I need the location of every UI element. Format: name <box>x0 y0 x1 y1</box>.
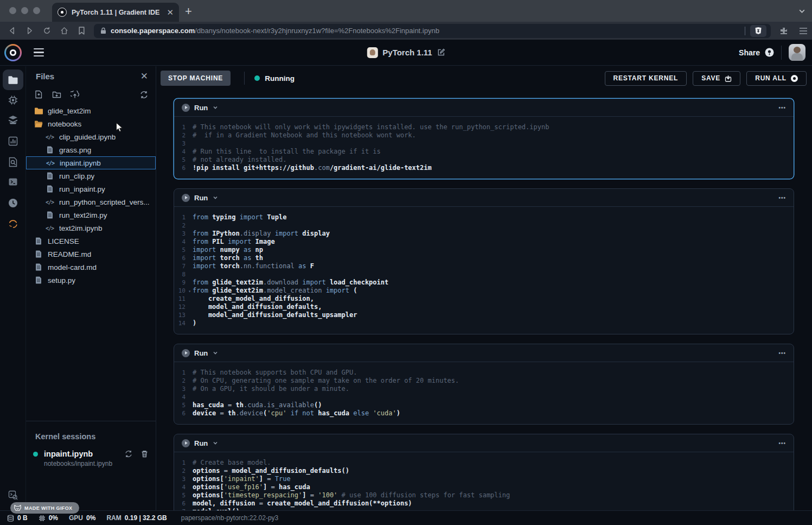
rail-item-gradient[interactable] <box>8 219 18 231</box>
file-name: run_inpaint.py <box>59 185 105 193</box>
browser-tab[interactable]: PyTorch 1.11 | Gradient IDE ✕ <box>52 3 179 22</box>
file-tree-item[interactable]: setup.py <box>26 274 156 287</box>
file-tree-item[interactable]: LICENSE <box>26 235 156 248</box>
file-tree-item[interactable]: </>run_python_scripted_vers... <box>26 195 156 208</box>
cell-header: Run••• <box>174 189 794 207</box>
url-bar[interactable]: console.paperspace.com/dbanys/notebook-n… <box>94 24 771 38</box>
fold-caret-icon[interactable]: ▾ <box>188 287 191 295</box>
run-options-chevron-icon[interactable] <box>213 350 218 356</box>
code-line: 4# Run this line to install the package … <box>174 148 794 156</box>
restart-session-icon[interactable] <box>125 450 132 458</box>
file-name: setup.py <box>48 276 75 284</box>
file-tree-item[interactable]: </>text2im.ipynb <box>26 222 156 235</box>
cell-menu-button[interactable]: ••• <box>778 195 786 201</box>
restart-kernel-button[interactable]: RESTART KERNEL <box>605 71 687 86</box>
line-number: 14 <box>174 319 193 327</box>
browser-menu-icon[interactable] <box>799 27 808 35</box>
code-line: 11 create_model_and_diffusion, <box>174 295 794 303</box>
cell-menu-button[interactable]: ••• <box>778 105 786 111</box>
kernel-session-item[interactable]: inpaint.ipynb notebooks/inpaint.ipynb <box>35 450 156 467</box>
file-tree-item[interactable]: model-card.md <box>26 261 156 274</box>
run-cell-icon[interactable] <box>182 104 190 112</box>
run-options-chevron-icon[interactable] <box>213 440 218 446</box>
app-menu-icon[interactable] <box>34 48 44 56</box>
forward-icon[interactable] <box>21 27 38 35</box>
file-tree-item[interactable]: run_text2im.py <box>26 208 156 222</box>
rail-item-logs[interactable] <box>8 157 17 169</box>
line-number: 10▾ <box>174 287 193 295</box>
cell-header: Run••• <box>174 99 794 117</box>
paperspace-logo-icon[interactable] <box>4 44 22 61</box>
bookmark-icon[interactable] <box>73 27 90 35</box>
edit-title-icon[interactable] <box>437 48 445 56</box>
home-icon[interactable] <box>55 27 73 35</box>
files-panel-close-icon[interactable]: ✕ <box>140 71 148 82</box>
user-avatar[interactable] <box>789 44 805 61</box>
file-tree-item[interactable]: </>inpaint.ipynb <box>26 156 156 169</box>
file-name: grass.png <box>59 146 91 154</box>
refresh-files-icon[interactable] <box>140 90 148 99</box>
code-text: # On CPU, generating one sample may take… <box>193 377 459 385</box>
file-tree-item[interactable]: run_inpaint.py <box>26 182 156 195</box>
window-minimize-button[interactable] <box>21 7 28 14</box>
code-text: ) <box>193 319 196 327</box>
code-text: # This notebook supports both CPU and GP… <box>193 369 357 377</box>
rail-item-terminal[interactable] <box>8 178 18 188</box>
rail-item-datasets[interactable] <box>8 116 18 126</box>
cell-menu-button[interactable]: ••• <box>778 350 786 356</box>
reload-icon[interactable] <box>38 27 55 35</box>
run-cell-icon[interactable] <box>182 194 190 202</box>
run-cell-button[interactable]: Run <box>194 104 208 112</box>
code-icon: </> <box>45 225 54 231</box>
cell-menu-button[interactable]: ••• <box>778 440 786 446</box>
brave-shield-icon[interactable] <box>750 25 766 37</box>
file-tree-item[interactable]: glide_text2im <box>26 104 156 117</box>
run-options-chevron-icon[interactable] <box>213 195 218 200</box>
code-line: 3options['inpaint'] = True <box>174 475 794 483</box>
tab-search-chevron-icon[interactable] <box>798 8 805 15</box>
line-number: 5 <box>174 401 193 409</box>
file-tree-item[interactable]: notebooks <box>26 117 156 130</box>
run-cell-button[interactable]: Run <box>194 349 208 357</box>
rail-item-metrics[interactable] <box>8 136 18 148</box>
window-zoom-button[interactable] <box>33 7 40 14</box>
file-tree-item[interactable]: </>clip_guided.ipynb <box>26 130 156 143</box>
run-cell-icon[interactable] <box>182 439 190 447</box>
run-options-chevron-icon[interactable] <box>213 105 218 110</box>
run-all-button[interactable]: RUN ALL <box>746 71 807 86</box>
delete-session-icon[interactable] <box>141 450 148 458</box>
rail-item-files[interactable] <box>3 69 23 90</box>
rail-item-history[interactable] <box>8 198 18 210</box>
cell-code[interactable]: 1# This notebook will only work with ipy… <box>174 117 794 179</box>
rail-item-machine[interactable] <box>8 95 18 107</box>
back-icon[interactable] <box>3 27 21 35</box>
new-file-icon[interactable] <box>35 90 43 99</box>
upload-icon[interactable] <box>71 90 79 99</box>
stop-machine-button[interactable]: STOP MACHINE <box>161 71 231 86</box>
cell-code[interactable]: 1# Create base model.2options = model_an… <box>174 452 794 510</box>
cpu-usage: 0% <box>39 514 58 522</box>
file-tree-item[interactable]: README.md <box>26 248 156 261</box>
run-cell-icon[interactable] <box>182 349 190 357</box>
file-icon <box>34 237 43 245</box>
file-tree-item[interactable]: run_clip.py <box>26 169 156 182</box>
rail-item-console[interactable] <box>8 490 18 502</box>
file-tree-item[interactable]: grass.png <box>26 143 156 156</box>
code-text: options['use_fp16'] = has_cuda <box>193 483 310 491</box>
share-visibility-icon[interactable] <box>765 48 774 57</box>
save-button[interactable]: SAVE <box>693 71 740 86</box>
share-button[interactable]: Share <box>739 48 760 57</box>
tab-close-icon[interactable]: ✕ <box>167 8 174 16</box>
code-text: options = model_and_diffusion_defaults() <box>193 467 349 475</box>
file-name: run_clip.py <box>59 172 94 180</box>
cell-code[interactable]: 1# This notebook supports both CPU and G… <box>174 362 794 424</box>
extensions-puzzle-icon[interactable] <box>779 27 788 35</box>
new-folder-icon[interactable] <box>52 90 61 99</box>
code-icon: </> <box>45 199 54 205</box>
run-cell-button[interactable]: Run <box>194 439 208 447</box>
window-close-button[interactable] <box>9 7 16 14</box>
ram-usage: RAM 0.19 | 32.2 GB <box>106 514 167 522</box>
new-tab-button[interactable]: + <box>185 4 192 18</box>
cell-code[interactable]: 1from typing import Tuple23from IPython.… <box>174 207 794 334</box>
run-cell-button[interactable]: Run <box>194 194 208 202</box>
